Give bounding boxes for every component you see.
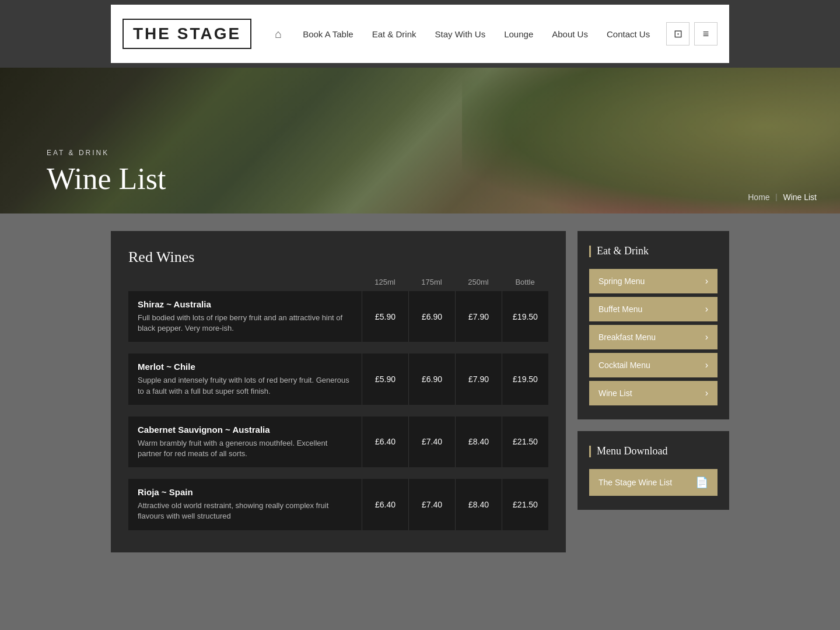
wine-desc-1: Merlot ~ Chile Supple and intensely frui… (128, 354, 362, 404)
wine-list-label: Wine List (598, 388, 632, 398)
breakfast-menu-label: Breakfast Menu (598, 332, 656, 342)
cocktail-menu-label: Cocktail Menu (598, 360, 650, 370)
wine-detail-1: Supple and intensely fruity with lots of… (138, 375, 352, 396)
nav-lounge[interactable]: Lounge (504, 29, 533, 39)
wine-desc-3: Rioja ~ Spain Attractive old world restr… (128, 479, 362, 530)
eat-drink-widget: Eat & Drink Spring Menu › Buffet Menu › … (578, 231, 729, 419)
wine-detail-2: Warm brambly fruit with a generous mouth… (138, 438, 352, 459)
wine-price-250-0: £7.90 (455, 291, 502, 342)
main-content: Red Wines 125ml 175ml 250ml Bottle Shira… (111, 214, 729, 570)
wine-item-2: Cabernet Sauvignon ~ Australia Warm bram… (128, 416, 548, 467)
wine-price-175-3: £7.40 (408, 479, 455, 530)
wine-price-250-2: £8.40 (455, 416, 502, 467)
home-icon[interactable]: ⌂ (275, 27, 282, 41)
eat-drink-title-text: Eat & Drink (597, 245, 649, 257)
wine-name-0: Shiraz ~ Australia (138, 299, 352, 309)
col-175ml: 175ml (408, 278, 455, 286)
download-button[interactable]: The Stage Wine List 📄 (589, 469, 718, 496)
wine-price-250-3: £8.40 (455, 479, 502, 530)
wine-detail-3: Attractive old world restraint, showing … (138, 501, 352, 522)
hero-subtitle: EAT & DRINK (47, 149, 166, 157)
nav-eat-drink[interactable]: Eat & Drink (372, 29, 416, 39)
wine-section-title: Red Wines (128, 249, 548, 266)
eat-drink-title: Eat & Drink (589, 245, 718, 257)
hero-content: EAT & DRINK Wine List (0, 149, 166, 214)
sidebar-buffet-menu[interactable]: Buffet Menu › (589, 297, 718, 321)
sidebar-cocktail-menu[interactable]: Cocktail Menu › (589, 353, 718, 377)
buffet-menu-arrow: › (705, 304, 708, 314)
breadcrumb: Home | Wine List (748, 192, 817, 202)
download-icon: 📄 (695, 476, 708, 489)
cocktail-menu-arrow: › (705, 360, 708, 370)
menu-download-title: Menu Download (589, 445, 718, 457)
hero-title: Wine List (47, 162, 166, 196)
wine-name-1: Merlot ~ Chile (138, 362, 352, 372)
menu-button[interactable]: ≡ (694, 22, 718, 46)
wine-price-bottle-0: £19.50 (502, 291, 548, 342)
wine-desc-2: Cabernet Sauvignon ~ Australia Warm bram… (128, 416, 362, 467)
logo[interactable]: THE STAGE (123, 19, 251, 49)
spring-menu-label: Spring Menu (598, 276, 645, 286)
title-bar (589, 246, 591, 257)
wine-price-bottle-1: £19.50 (502, 354, 548, 404)
menu-download-widget: Menu Download The Stage Wine List 📄 (578, 431, 729, 510)
wine-price-bottle-2: £21.50 (502, 416, 548, 467)
wine-item-1: Merlot ~ Chile Supple and intensely frui… (128, 354, 548, 404)
title-bar-2 (589, 446, 591, 457)
wine-price-125-2: £6.40 (362, 416, 408, 467)
col-250ml: 250ml (455, 278, 502, 286)
wine-item-0: Shiraz ~ Australia Full bodied with lots… (128, 291, 548, 342)
wine-price-125-0: £5.90 (362, 291, 408, 342)
nav-contact-us[interactable]: Contact Us (607, 29, 650, 39)
sidebar-spring-menu[interactable]: Spring Menu › (589, 269, 718, 293)
wine-name-2: Cabernet Sauvignon ~ Australia (138, 425, 352, 435)
wine-name-3: Rioja ~ Spain (138, 487, 352, 497)
buffet-menu-label: Buffet Menu (598, 304, 642, 314)
logo-text: THE STAGE (133, 24, 241, 43)
wine-item-3: Rioja ~ Spain Attractive old world restr… (128, 479, 548, 530)
col-125ml: 125ml (362, 278, 408, 286)
header-inner: THE STAGE ⌂ Book A Table Eat & Drink Sta… (111, 5, 729, 63)
download-label: The Stage Wine List (598, 478, 672, 487)
header-outer: THE STAGE ⌂ Book A Table Eat & Drink Sta… (0, 0, 840, 68)
wine-price-250-1: £7.90 (455, 354, 502, 404)
breadcrumb-current: Wine List (783, 192, 817, 202)
col-name (128, 278, 362, 286)
wine-price-175-0: £6.90 (408, 291, 455, 342)
wine-price-175-1: £6.90 (408, 354, 455, 404)
wine-price-bottle-3: £21.50 (502, 479, 548, 530)
sidebar-breakfast-menu[interactable]: Breakfast Menu › (589, 325, 718, 349)
header-icons: ⊡ ≡ (666, 22, 718, 46)
nav-stay-with-us[interactable]: Stay With Us (435, 29, 486, 39)
wine-price-125-3: £6.40 (362, 479, 408, 530)
wine-price-175-2: £7.40 (408, 416, 455, 467)
col-bottle: Bottle (502, 278, 548, 286)
breakfast-menu-arrow: › (705, 332, 708, 342)
hero-banner: EAT & DRINK Wine List Home | Wine List (0, 68, 840, 214)
nav-about-us[interactable]: About Us (552, 29, 588, 39)
nav-book-table[interactable]: Book A Table (303, 29, 353, 39)
menu-download-title-text: Menu Download (597, 445, 667, 457)
wine-table-header: 125ml 175ml 250ml Bottle (128, 278, 548, 291)
wine-desc-0: Shiraz ~ Australia Full bodied with lots… (128, 291, 362, 342)
wine-detail-0: Full bodied with lots of ripe berry frui… (138, 313, 352, 334)
sidebar-wine-list[interactable]: Wine List › (589, 381, 718, 405)
breadcrumb-home[interactable]: Home (748, 192, 769, 202)
wine-price-125-1: £5.90 (362, 354, 408, 404)
camera-button[interactable]: ⊡ (666, 22, 690, 46)
spring-menu-arrow: › (705, 276, 708, 286)
breadcrumb-separator: | (776, 192, 778, 202)
main-nav: ⌂ Book A Table Eat & Drink Stay With Us … (275, 27, 666, 41)
sidebar: Eat & Drink Spring Menu › Buffet Menu › … (578, 231, 729, 552)
wine-list-arrow: › (705, 388, 708, 398)
wine-list-section: Red Wines 125ml 175ml 250ml Bottle Shira… (111, 231, 566, 552)
